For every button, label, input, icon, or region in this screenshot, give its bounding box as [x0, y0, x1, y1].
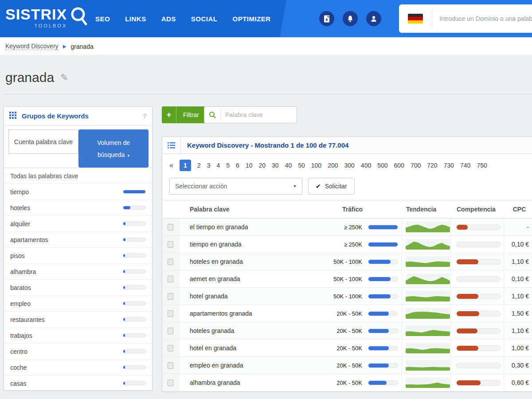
page-button-200[interactable]: 200: [328, 162, 338, 169]
row-checkbox[interactable]: [168, 293, 173, 300]
page-button-730[interactable]: 730: [444, 162, 454, 169]
competition-cell: [450, 270, 504, 287]
german-flag-icon[interactable]: [408, 14, 423, 24]
page-title-text: granada: [5, 70, 54, 85]
table-row: hoteles granada20K - 50K1,10 €: [162, 322, 532, 340]
tab-search-volume[interactable]: Volumen de búsqueda▾: [78, 129, 149, 168]
col-trend[interactable]: Tendencia: [402, 206, 450, 213]
page-button-600[interactable]: 600: [394, 162, 404, 169]
row-checkbox[interactable]: [168, 310, 173, 317]
nav-item-social[interactable]: SOCIAL: [191, 15, 218, 23]
keyword-count-bar: [123, 254, 146, 258]
sidebar-keyword-trabajos[interactable]: trabajos: [4, 328, 152, 344]
sidebar-keyword-pisos[interactable]: pisos: [4, 248, 152, 264]
page-button-720[interactable]: 720: [427, 162, 437, 169]
trend-sparkline: [406, 239, 450, 250]
sidebar-keyword-alquiler[interactable]: alquiler: [4, 216, 152, 232]
keyword-search-input[interactable]: [221, 111, 297, 118]
row-checkbox[interactable]: [168, 276, 173, 282]
keyword-groups-header: Grupos de Keywords ?: [4, 107, 152, 125]
col-traffic[interactable]: Tráfico: [325, 206, 402, 213]
page-button-700[interactable]: 700: [411, 162, 421, 169]
table-row: el tiempo en granada≥ 250K-: [162, 219, 532, 236]
traffic-bar: [368, 329, 398, 333]
trend-chart: [406, 256, 450, 267]
bell-icon[interactable]: [343, 11, 358, 26]
nav-item-links[interactable]: LINKS: [125, 15, 146, 23]
nav-item-optimizer[interactable]: OPTIMIZER: [233, 15, 271, 23]
page-button-400[interactable]: 400: [361, 162, 371, 169]
page-button-30[interactable]: 30: [272, 162, 279, 169]
sidebar-keyword-label: alhambra: [10, 268, 36, 275]
sidebar-keyword-apartamentos[interactable]: apartamentos: [4, 232, 152, 248]
traffic-range: 20K - 50K: [336, 362, 362, 369]
row-checkbox[interactable]: [168, 241, 173, 248]
trend-chart: [406, 343, 450, 353]
sidebar-keyword-hoteles[interactable]: hoteles: [4, 200, 152, 216]
competition-bar-fill: [457, 294, 478, 299]
domain-search-input[interactable]: [432, 15, 532, 22]
sidebar-keyword-empleo[interactable]: empleo: [4, 296, 152, 312]
pagination-prev[interactable]: «: [169, 161, 173, 169]
page-button-100[interactable]: 100: [311, 162, 321, 169]
page-button-20[interactable]: 20: [258, 162, 266, 169]
help-icon[interactable]: ?: [143, 112, 147, 120]
sistrix-logo[interactable]: SISTRIX TOOLBOX: [5, 7, 89, 30]
page-button-10[interactable]: 10: [246, 162, 253, 169]
row-checkbox[interactable]: [168, 224, 173, 231]
page-button-6[interactable]: 6: [236, 162, 239, 169]
competition-cell: [450, 322, 504, 339]
sidebar-keyword-label: alquiler: [10, 220, 30, 227]
page-button-4[interactable]: 4: [217, 162, 220, 169]
keyword-count-bar-fill: [123, 206, 130, 209]
keyword-count-bar: [123, 286, 146, 289]
breadcrumb-parent-link[interactable]: Keyword Discovery: [5, 43, 59, 50]
competition-bar: [456, 363, 501, 368]
page-button-740[interactable]: 740: [460, 162, 470, 169]
trend-chart: [406, 360, 450, 371]
page-button-50[interactable]: 50: [298, 162, 305, 169]
action-select[interactable]: Seleccionar acción ▼: [169, 178, 302, 195]
sidebar-keyword-alhambra[interactable]: alhambra: [4, 264, 152, 280]
keyword-count-bar-fill: [123, 270, 125, 273]
sidebar-keyword-restaurantes[interactable]: restaurantes: [4, 312, 152, 328]
trend-cell: [402, 340, 450, 356]
action-row: Seleccionar acción ▼ ✔ Solicitar: [162, 175, 532, 200]
sidebar-keyword-baratos[interactable]: baratos: [4, 280, 152, 296]
sidebar-list-header[interactable]: Todas las palabras clave: [4, 168, 152, 184]
col-competition[interactable]: Competencia: [450, 206, 504, 213]
filter-button[interactable]: + Filtrar: [162, 106, 206, 123]
keyword-cell: hotel en granada: [179, 344, 325, 352]
tab-keyword-count[interactable]: Cuenta palabra clave: [8, 129, 78, 154]
row-checkbox[interactable]: [168, 362, 173, 369]
trend-cell: [402, 305, 450, 322]
col-keyword[interactable]: Palabra clave: [179, 206, 325, 213]
page-button-5[interactable]: 5: [226, 162, 230, 169]
page-button-40[interactable]: 40: [285, 162, 292, 169]
submit-button[interactable]: ✔ Solicitar: [308, 178, 355, 195]
page-button-750[interactable]: 750: [477, 162, 487, 169]
nav-item-seo[interactable]: SEO: [95, 15, 110, 23]
competition-cell: [450, 253, 504, 270]
sidebar-keyword-centro[interactable]: centro: [4, 344, 152, 360]
page-button-2[interactable]: 2: [197, 162, 201, 169]
page-button-500[interactable]: 500: [377, 162, 387, 169]
sidebar-keyword-coche[interactable]: coche: [4, 360, 152, 376]
row-checkbox[interactable]: [168, 258, 173, 265]
page-button-1[interactable]: 1: [180, 160, 191, 171]
page-button-3[interactable]: 3: [207, 162, 211, 169]
col-cpc[interactable]: CPC: [504, 206, 532, 213]
sidebar-keyword-casas[interactable]: casas: [4, 376, 152, 391]
row-checkbox[interactable]: [168, 328, 173, 334]
page-button-300[interactable]: 300: [344, 162, 355, 169]
sidebar-keyword-tiempo[interactable]: tiempo: [4, 184, 152, 200]
nav-item-ads[interactable]: ADS: [161, 15, 176, 23]
row-checkbox[interactable]: [168, 345, 173, 352]
keyword-cell: empleo en granada: [179, 362, 325, 369]
edit-pencil-icon[interactable]: ✎: [60, 72, 68, 83]
document-icon[interactable]: [319, 11, 334, 26]
traffic-bar: [368, 363, 398, 368]
list-icon: [162, 137, 181, 153]
user-icon[interactable]: [366, 11, 381, 26]
row-checkbox[interactable]: [168, 379, 173, 386]
